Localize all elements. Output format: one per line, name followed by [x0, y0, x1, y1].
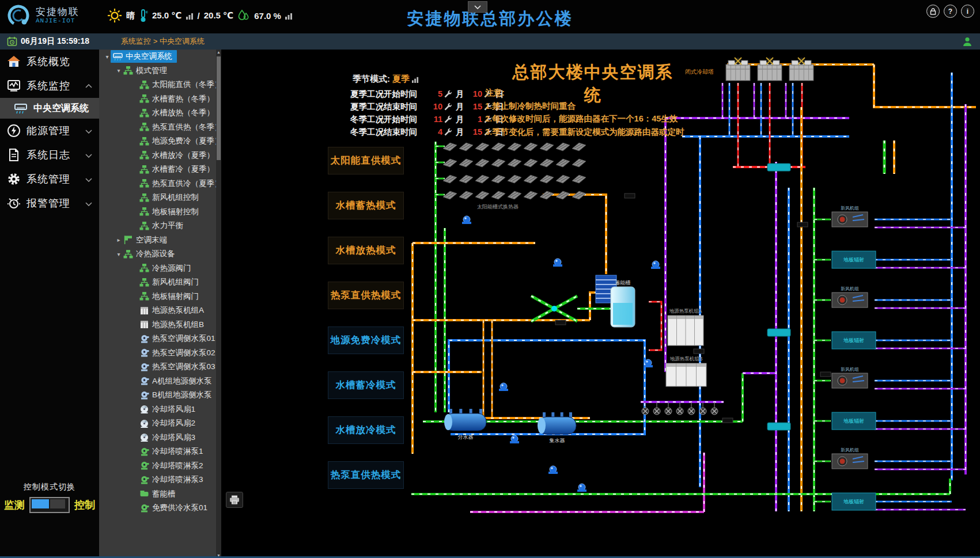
solar-collector-icon	[475, 175, 489, 183]
tree-expander-icon[interactable]: ▸	[115, 237, 122, 243]
fan-icon	[139, 419, 149, 428]
mode-button-3[interactable]: 热泵直供热模式	[328, 282, 403, 309]
tree-item-10[interactable]: 新风机组控制	[99, 191, 221, 205]
bus-action-chip[interactable]	[767, 164, 790, 171]
tree-item-label: 热泵空调侧水泵01	[152, 333, 215, 344]
tree-item-26[interactable]: 冷却塔风扇2	[99, 416, 221, 431]
sidebar-item-0[interactable]: 系统概览	[0, 50, 99, 74]
trend-icon	[412, 76, 419, 83]
tree-item-0[interactable]: ▾中央空调系统	[99, 50, 221, 64]
ahu-unit[interactable]: 新风机组	[832, 206, 868, 227]
radiant-unit[interactable]: 地板辐射	[832, 251, 876, 268]
tree-item-25[interactable]: 冷却塔风扇1	[99, 403, 221, 417]
radiant-unit[interactable]: 地板辐射	[832, 332, 876, 349]
ahu-unit[interactable]: 新风机组	[832, 367, 868, 388]
ahu-unit[interactable]: 新风机组	[832, 447, 868, 469]
tree-item-27[interactable]: 冷却塔风扇3	[99, 431, 221, 445]
tree-expander-icon[interactable]: ▾	[115, 67, 122, 74]
tree-item-21[interactable]: 热泵空调侧水泵02	[99, 346, 221, 360]
tree-item-16[interactable]: 新风机组阀门	[99, 275, 221, 290]
sidebar-item-2[interactable]: 中央空调系统	[0, 98, 99, 119]
user-icon[interactable]	[962, 36, 973, 47]
sidebar-item-4[interactable]: 系统日志	[0, 143, 99, 167]
radiant-unit[interactable]: 地板辐射	[832, 493, 876, 510]
solar-collector-icon	[572, 159, 586, 167]
scroll-up-icon[interactable]: ▲	[216, 50, 221, 54]
tree-item-label: 地源免费冷（夏季）	[152, 136, 221, 146]
tree-item-2[interactable]: 太阳能直供（冬季）	[99, 78, 221, 92]
pump-green-icon	[139, 447, 149, 457]
radiant-unit[interactable]: 地板辐射	[832, 412, 876, 430]
tree-item-12[interactable]: 水力平衡	[99, 219, 221, 233]
energy-icon	[7, 124, 21, 138]
tree-item-22[interactable]: 热泵空调侧水泵03	[99, 360, 221, 374]
help-button[interactable]: ?	[944, 5, 957, 18]
breadcrumb[interactable]: 系统监控 > 中央空调系统	[121, 36, 205, 47]
tree-item-23[interactable]: A机组地源侧水泵	[99, 374, 221, 389]
sidebar-item-6[interactable]: 报警管理	[0, 191, 99, 215]
tree-item-17[interactable]: 地板辐射阀门	[99, 290, 221, 304]
tree-item-9[interactable]: 热泵直供冷（夏季）	[99, 177, 221, 191]
tree-item-30[interactable]: 冷却塔喷淋泵3	[99, 473, 221, 487]
info-button[interactable]: i	[961, 5, 974, 18]
mode-button-1[interactable]: 水槽蓄热模式	[328, 192, 403, 219]
tree-item-19[interactable]: 地源热泵机组B	[99, 318, 221, 332]
tree-item-label: 水力平衡	[152, 221, 183, 231]
mode-button-0[interactable]: 太阳能直供模式	[328, 147, 403, 174]
pump-icon	[548, 466, 558, 474]
mode-button-7[interactable]: 热泵直供热模式	[328, 462, 403, 488]
tree-scrollbar[interactable]: ▲ ▼	[216, 50, 221, 558]
tree-item-24[interactable]: B机组地源侧水泵	[99, 388, 221, 403]
bus-action-chip[interactable]	[767, 329, 790, 336]
tree-item-7[interactable]: 水槽放冷（夏季）	[99, 149, 221, 163]
scrollbar-thumb[interactable]	[217, 56, 221, 160]
tree-item-32[interactable]: 免费供冷水泵01	[99, 501, 221, 515]
solar-collector-icon	[508, 143, 521, 151]
month-unit: 月	[453, 114, 466, 125]
tree-item-3[interactable]: 水槽蓄热（冬季）	[99, 92, 221, 107]
sidebar-item-5[interactable]: 系统管理	[0, 167, 99, 191]
tree-item-6[interactable]: 地源免费冷（夏季）	[99, 134, 221, 149]
heat-pump-b[interactable]: 地源热泵机组B	[666, 356, 706, 386]
mode-button-4[interactable]: 地源免费冷模式	[328, 327, 403, 354]
bus-action-chip[interactable]	[767, 423, 790, 430]
print-button[interactable]	[226, 492, 243, 508]
tree-item-4[interactable]: 水槽放热（冬季）	[99, 106, 221, 120]
sidebar-item-3[interactable]: 能源管理	[0, 119, 99, 143]
mode-button-2[interactable]: 水槽放热模式	[328, 237, 403, 264]
tree-item-1[interactable]: ▾模式管理	[99, 64, 221, 78]
sidebar-item-1[interactable]: 系统监控	[0, 74, 99, 98]
wrench-edit-icon[interactable]	[444, 128, 452, 136]
wrench-edit-icon[interactable]	[444, 115, 452, 124]
ahu-unit[interactable]: 新风机组	[832, 286, 868, 308]
valve-tag	[722, 418, 733, 423]
solar-collector-icon	[508, 175, 521, 183]
wrench-edit-icon[interactable]	[444, 103, 452, 111]
tree-item-label: 水槽蓄热（冬季）	[152, 94, 214, 104]
tree-item-5[interactable]: 热泵直供热（冬季）	[99, 120, 221, 135]
mode-button-5[interactable]: 水槽蓄冷模式	[328, 372, 403, 398]
tree-expander-icon[interactable]: ▾	[115, 251, 122, 257]
tree-item-31[interactable]: 蓄能槽	[99, 487, 221, 502]
tree-item-18[interactable]: 地源热泵机组A	[99, 303, 221, 318]
tree-item-15[interactable]: 冷热源阀门	[99, 261, 221, 276]
wrench-edit-icon[interactable]	[444, 90, 452, 98]
tree-expander-icon[interactable]: ▾	[104, 54, 111, 60]
heat-pump-a[interactable]: 地源热泵机组A	[668, 308, 703, 346]
pump-icon	[462, 216, 471, 224]
solar-collector-icon	[443, 159, 457, 167]
tree-item-11[interactable]: 地板辐射控制	[99, 205, 221, 219]
tree-item-13[interactable]: ▸空调末端	[99, 233, 221, 248]
tree-item-8[interactable]: 水槽蓄冷（夏季）	[99, 162, 221, 177]
tree-item-14[interactable]: ▾冷热源设备	[99, 247, 221, 261]
mode-button-6[interactable]: 水槽放冷模式	[328, 417, 403, 443]
lock-button[interactable]	[926, 5, 940, 18]
tree-item-29[interactable]: 冷却塔喷淋泵2	[99, 459, 221, 473]
mode-toggle[interactable]	[29, 497, 70, 513]
tree-item-28[interactable]: 冷却塔喷淋泵1	[99, 445, 221, 459]
solar-collector-icon	[540, 175, 554, 183]
title-dropdown-button[interactable]	[468, 1, 487, 13]
solar-collector-icon	[459, 191, 473, 199]
tree-item-20[interactable]: 热泵空调侧水泵01	[99, 332, 221, 346]
sidebar-item-label: 系统日志	[27, 148, 70, 162]
